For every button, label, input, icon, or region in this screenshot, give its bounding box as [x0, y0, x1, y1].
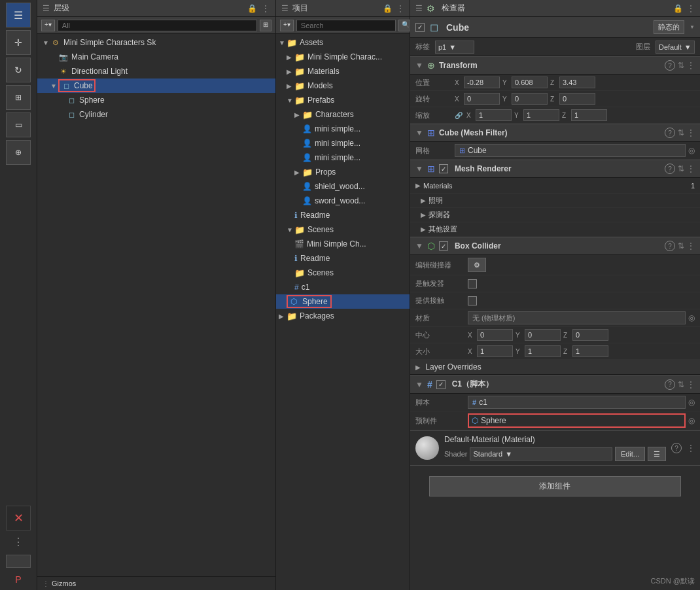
mesh-renderer-checkbox[interactable]	[439, 164, 448, 173]
materials-row[interactable]: ▶ Materials 1	[410, 178, 700, 194]
trigger-checkbox[interactable]	[468, 279, 477, 288]
c1-help-icon[interactable]: ?	[665, 379, 675, 390]
c1-checkbox[interactable]	[436, 380, 446, 389]
hierarchy-menu-icon[interactable]: ☰	[43, 4, 50, 13]
rot-x-input[interactable]	[464, 93, 500, 105]
project-lock-icon[interactable]: 🔒	[383, 4, 393, 13]
rect-tool-btn[interactable]: ▭	[6, 113, 31, 137]
mesh-renderer-section-header[interactable]: ▼ ⊞ Mesh Renderer ? ⇅ ⋮	[410, 160, 700, 178]
mesh-target-icon[interactable]: ◎	[688, 146, 695, 155]
material-gear-icon[interactable]: ⋮	[687, 443, 695, 453]
move-tool-btn[interactable]: ✛	[6, 30, 31, 55]
project-characters[interactable]: ▶ 📁 Characters	[276, 107, 410, 122]
project-c1[interactable]: # c1	[276, 280, 410, 294]
hierarchy-more-icon[interactable]: ⋮	[261, 3, 270, 14]
transform-settings-icon[interactable]: ⇅	[678, 61, 684, 70]
pos-y-input[interactable]	[512, 77, 548, 88]
size-x-input[interactable]	[477, 345, 513, 357]
size-y-input[interactable]	[525, 345, 561, 357]
other-settings-sub[interactable]: ▶ 其他设置	[410, 222, 700, 237]
rot-z-input[interactable]	[559, 93, 595, 105]
project-materials[interactable]: ▶ 📁 Materials	[276, 64, 410, 78]
pos-z-input[interactable]	[559, 77, 595, 88]
project-mini2[interactable]: 👤 mini simple...	[276, 136, 410, 150]
project-prefabs[interactable]: ▼ 📁 Prefabs	[276, 93, 410, 107]
tree-item-sphere[interactable]: ◻ Sphere	[37, 93, 275, 107]
scale-tool-btn[interactable]: ⊞	[6, 85, 31, 110]
inspector-menu-icon[interactable]: ☰	[415, 4, 423, 13]
project-sphere[interactable]: ⬡ Sphere	[276, 294, 410, 309]
hierarchy-search[interactable]	[58, 20, 257, 31]
box-collider-checkbox[interactable]	[439, 241, 448, 251]
transform-gear-icon[interactable]: ⋮	[687, 61, 695, 70]
edit-collider-btn[interactable]: ⚙	[468, 258, 486, 272]
tree-item-cube[interactable]: ▼ ◻ Cube	[37, 78, 275, 93]
scale-y-input[interactable]	[523, 109, 559, 121]
project-sword[interactable]: 👤 sword_wood...	[276, 194, 410, 208]
lighting-sub[interactable]: ▶ 照明	[410, 194, 700, 208]
material-help-icon[interactable]: ?	[671, 443, 682, 453]
project-menu-icon[interactable]: ☰	[281, 4, 289, 13]
layer-overrides-section[interactable]: ▶ Layer Overrides	[410, 360, 700, 375]
mesh-filter-settings-icon[interactable]: ⇅	[678, 128, 684, 137]
project-assets[interactable]: ▼ 📁 Assets	[276, 35, 410, 50]
box-collider-help-icon[interactable]: ?	[665, 241, 675, 251]
physics-target-icon[interactable]: ◎	[688, 313, 695, 322]
obj-active-checkbox[interactable]	[415, 23, 425, 32]
box-collider-settings-icon[interactable]: ⇅	[678, 241, 684, 251]
dots-icon[interactable]: ⋮	[10, 533, 26, 551]
project-models[interactable]: ▶ 📁 Models	[276, 78, 410, 93]
mesh-renderer-help-icon[interactable]: ?	[665, 164, 675, 174]
material-edit-btn[interactable]: Edit...	[615, 447, 645, 461]
transform-help-icon[interactable]: ?	[665, 60, 675, 71]
project-more-icon[interactable]: ⋮	[396, 4, 404, 13]
size-z-input[interactable]	[572, 345, 608, 357]
c1-settings-icon[interactable]: ⇅	[678, 380, 684, 389]
project-mini-simple[interactable]: ▶ 📁 Mini Simple Charac...	[276, 50, 410, 64]
mesh-renderer-gear-icon[interactable]: ⋮	[687, 164, 695, 173]
probes-sub[interactable]: ▶ 探测器	[410, 208, 700, 222]
prefab-sphere-box[interactable]: ⬡ Sphere	[468, 413, 686, 428]
tag-dropdown[interactable]: p1 ▼	[435, 41, 474, 54]
close-btn[interactable]: ✕	[6, 506, 31, 530]
static-button[interactable]: 静态的	[654, 20, 684, 34]
transform-tool-btn[interactable]: ⊕	[6, 140, 31, 165]
material-menu-btn[interactable]: ☰	[648, 447, 666, 461]
provides-checkbox[interactable]	[468, 296, 477, 305]
tree-item-root[interactable]: ▼ ⚙ Mini Simple Characters Sk	[37, 35, 275, 50]
project-search[interactable]	[296, 20, 396, 31]
shader-dropdown[interactable]: Standard ▼	[470, 447, 612, 460]
project-mini3[interactable]: 👤 mini simple...	[276, 150, 410, 165]
project-shield[interactable]: 👤 shield_wood...	[276, 179, 410, 194]
scale-x-input[interactable]	[476, 109, 512, 121]
mesh-renderer-settings-icon[interactable]: ⇅	[678, 164, 684, 173]
rotate-tool-btn[interactable]: ↻	[6, 58, 31, 82]
inspector-more-icon[interactable]: ⋮	[687, 4, 695, 13]
scale-z-input[interactable]	[571, 109, 607, 121]
pos-x-input[interactable]	[464, 77, 500, 88]
layer-dropdown[interactable]: Default ▼	[656, 41, 695, 54]
center-z-input[interactable]	[572, 329, 608, 341]
box-collider-gear-icon[interactable]: ⋮	[687, 241, 695, 251]
c1-section-header[interactable]: ▼ # C1（脚本） ? ⇅ ⋮	[410, 375, 700, 394]
project-readme2[interactable]: ℹ Readme	[276, 251, 410, 266]
search-icon-btn[interactable]: ⊞	[260, 20, 271, 31]
project-packages[interactable]: ▶ 📁 Packages	[276, 309, 410, 323]
tree-item-main-camera[interactable]: 📷 Main Camera	[37, 50, 275, 64]
project-scenes2[interactable]: 📁 Scenes	[276, 266, 410, 280]
mesh-filter-gear-icon[interactable]: ⋮	[687, 128, 695, 137]
static-dropdown-arrow[interactable]: ▼	[690, 24, 695, 30]
mesh-filter-help-icon[interactable]: ?	[665, 128, 675, 138]
box-collider-section-header[interactable]: ▼ ⬡ Box Collider ? ⇅ ⋮	[410, 237, 700, 255]
hierarchy-lock-icon[interactable]: 🔒	[247, 4, 257, 13]
center-x-input[interactable]	[477, 329, 513, 341]
project-scenes[interactable]: ▼ 📁 Scenes	[276, 222, 410, 237]
rot-y-input[interactable]	[512, 93, 548, 105]
project-scene-mini[interactable]: 🎬 Mini Simple Ch...	[276, 237, 410, 251]
c1-gear-icon[interactable]: ⋮	[687, 380, 695, 389]
add-btn[interactable]: +▾	[41, 20, 55, 31]
transform-section-header[interactable]: ▼ ⊕ Transform ? ⇅ ⋮	[410, 56, 700, 75]
project-props[interactable]: ▶ 📁 Props	[276, 165, 410, 179]
project-readme1[interactable]: ℹ Readme	[276, 208, 410, 222]
p-icon[interactable]: P	[12, 572, 24, 587]
